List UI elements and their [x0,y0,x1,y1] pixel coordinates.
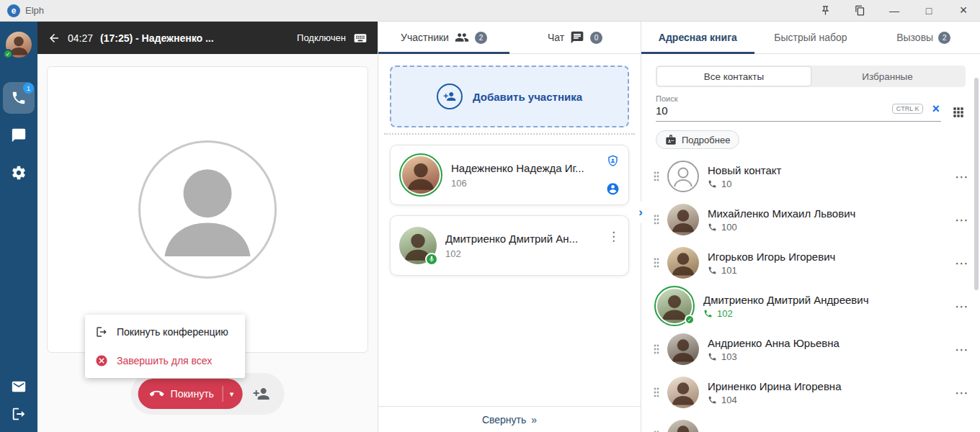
menu-item-end-for-all[interactable]: Завершить для всех [85,346,245,375]
sidebar-nav: 1 [0,82,37,189]
call-title: (17:25) - Надежненко ... [100,32,214,44]
participant-actions: ⋮ [607,225,620,266]
drag-handle-icon[interactable] [653,343,662,355]
contact-card-icon [665,134,677,145]
minimize-icon[interactable]: — [885,2,904,19]
contact-number: 101 [708,265,948,276]
tab-speed-dial[interactable]: Быстрый набор [754,22,868,53]
filter-favorites[interactable]: Избранные [811,67,964,86]
sidebar-item-calls[interactable]: 1 [3,82,35,114]
mail-icon[interactable] [11,379,27,395]
maximize-icon[interactable]: □ [919,2,938,19]
contact-menu-icon[interactable]: ⋯ [955,341,968,358]
contact-info: Михайленко Михаил Львович 100 [708,207,948,233]
sidebar: ✓ 1 [0,22,37,432]
tab-label: Быстрый набор [774,32,847,43]
drag-handle-icon[interactable] [653,387,662,398]
close-icon[interactable]: × [954,2,973,19]
keyboard-icon[interactable] [353,31,368,45]
participant-number: 102 [445,248,607,259]
contact-menu-icon[interactable]: ⋯ [955,255,968,271]
contact-info: Андриенко Анна Юрьевна 103 [708,337,948,362]
chevron-down-icon[interactable]: ▾ [230,390,234,399]
contact-menu-icon[interactable]: ⋯ [955,298,968,315]
details-button[interactable]: Подробнее [656,130,739,149]
phone-icon [708,222,717,232]
hangup-button[interactable]: Покинуть ▾ [138,379,243,409]
drag-handle-icon[interactable] [653,214,662,225]
contact-row[interactable]: Михайленко Михаил Львович 100 ⋯ [641,198,980,241]
search-input[interactable] [656,103,827,117]
contact-number: 100 [708,222,948,233]
contact-number: 103 [708,351,948,362]
phone-icon [703,309,713,318]
collapse-label: Свернуть [482,414,526,426]
scrollbar-thumb[interactable] [974,78,979,290]
moderator-shield-icon[interactable] [606,154,620,168]
contact-info: Ириненко Ирина Игоревна 104 [708,380,948,405]
sidebar-item-settings[interactable] [3,157,35,189]
search-field[interactable]: Поиск CTRL K × [656,94,941,122]
phone-icon [708,395,717,405]
person-add-circle-icon [437,84,463,109]
tab-label: Адресная книга [659,32,737,43]
dialpad-icon[interactable] [951,105,966,120]
contact-info: Игорьков Игорь Игоревич 101 [708,251,948,276]
contact-menu-icon[interactable]: ⋯ [955,168,968,185]
back-arrow-icon[interactable] [48,32,61,45]
contact-menu-icon[interactable]: ⋯ [955,428,968,432]
account-circle-icon[interactable] [606,182,620,196]
hangup-menu: Покинуть конференцию Завершить для всех [85,315,245,378]
filter-all-contacts[interactable]: Все контакты [657,67,811,86]
participant-avatar [399,227,437,264]
contacts-filter: Все контакты Избранные [656,66,966,87]
contact-number: 104 [708,395,948,405]
call-controls: Покинуть ▾ [131,373,285,415]
call-panel: 04:27 (17:25) - Надежненко ... Подключен… [37,22,378,432]
panel-expand-chevron-icon[interactable]: › [638,202,643,223]
logout-icon[interactable] [11,406,27,422]
titlebar: e Elph — □ × [0,0,980,22]
contact-menu-icon[interactable]: ⋯ [955,212,968,228]
calls-count-badge: 2 [938,32,950,44]
scrollbar [974,58,979,429]
user-avatar[interactable]: ✓ [6,32,32,58]
sidebar-item-chat[interactable] [3,120,35,151]
hangup-label: Покинуть [171,388,214,400]
contact-number: 102 [703,308,948,319]
participant-card[interactable]: Надежненко Надежда Иг... 106 [390,145,629,205]
contact-menu-icon[interactable]: ⋯ [955,384,968,401]
menu-item-leave-conference[interactable]: Покинуть конференцию [85,318,245,346]
contact-list: Новый контакт 10 ⋯ Михайленко Михаил Льв… [641,155,980,432]
drag-handle-icon[interactable] [653,257,662,269]
participant-number: 106 [451,178,606,189]
collapse-panel-button[interactable]: Свернуть » [378,406,641,432]
contact-row[interactable]: Андриенко Анна Юрьевна 103 ⋯ [641,328,980,371]
details-label: Подробнее [682,135,730,145]
avatar [667,420,699,432]
participant-info: Дмитриенко Дмитрий Ан... 102 [445,233,607,259]
pin-icon[interactable] [816,2,834,19]
tab-calls[interactable]: Вызовы 2 [867,22,980,53]
more-menu-icon[interactable]: ⋮ [607,229,620,244]
drag-handle-icon[interactable] [653,171,662,182]
add-person-button[interactable] [252,385,270,402]
compact-view-icon[interactable] [850,2,869,19]
clear-search-icon[interactable]: × [932,102,940,115]
participant-card[interactable]: Дмитриенко Дмитрий Ан... 102 ⋮ [390,215,629,276]
remote-avatar-placeholder [138,140,277,279]
tab-participants[interactable]: Участники 2 [378,22,509,53]
tab-label: Вызовы [896,32,933,43]
contacts-panel: Адресная книга Быстрый набор Вызовы 2 Вс… [641,22,980,432]
contact-row[interactable]: Ириненко Ирина Игоревна 104 ⋯ [641,371,980,414]
tab-address-book[interactable]: Адресная книга [641,22,754,53]
window-controls: — □ × [816,2,973,19]
add-participant-button[interactable]: Добавить участника [390,66,629,127]
tab-chat[interactable]: Чат 0 [509,22,641,53]
contact-row[interactable]: Петренко Пётр Петрович ⋯ [641,414,980,432]
chat-count-badge: 0 [590,32,602,44]
contact-row-active-call[interactable]: ✓ Дмитриенко Дмитрий Андреевич 102 ⋯ [641,284,980,328]
call-body: Покинуть конференцию Завершить для всех … [37,54,378,432]
contact-row[interactable]: Игорьков Игорь Игоревич 101 ⋯ [641,241,980,284]
contact-row[interactable]: Новый контакт 10 ⋯ [641,155,980,198]
